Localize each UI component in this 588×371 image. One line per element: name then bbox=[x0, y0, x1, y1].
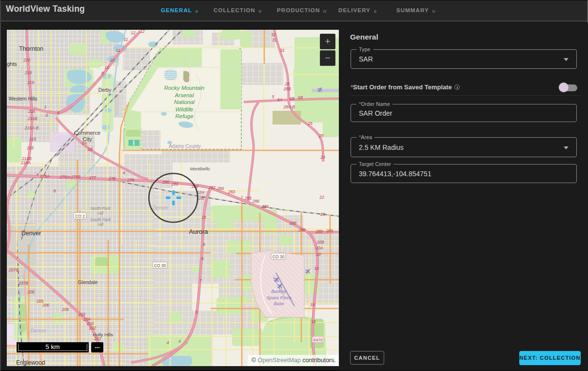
svg-text:Refuge: Refuge bbox=[175, 113, 193, 119]
svg-text:Derby: Derby bbox=[98, 87, 112, 93]
svg-text:National: National bbox=[174, 99, 195, 105]
svg-text:11: 11 bbox=[116, 48, 120, 53]
svg-text:2B: 2B bbox=[87, 147, 93, 152]
svg-text:220: 220 bbox=[23, 58, 30, 62]
svg-text:9: 9 bbox=[203, 242, 205, 247]
svg-text:2A: 2A bbox=[81, 141, 87, 145]
svg-text:206: 206 bbox=[27, 289, 35, 294]
svg-text:281: 281 bbox=[171, 182, 178, 186]
svg-text:Wildlife: Wildlife bbox=[176, 106, 194, 112]
svg-text:4: 4 bbox=[167, 340, 169, 345]
svg-text:275A: 275A bbox=[39, 174, 50, 179]
svg-text:Hill: Hill bbox=[98, 222, 104, 227]
svg-text:219: 219 bbox=[27, 80, 34, 85]
svg-text:286: 286 bbox=[261, 204, 269, 209]
svg-text:19: 19 bbox=[314, 266, 319, 271]
svg-text:5: 5 bbox=[196, 310, 198, 315]
svg-text:9: 9 bbox=[101, 71, 104, 76]
svg-text:278: 278 bbox=[108, 176, 116, 181]
svg-text:216: 216 bbox=[28, 109, 35, 114]
svg-text:202: 202 bbox=[94, 336, 101, 341]
svg-text:E470: E470 bbox=[314, 338, 323, 342]
svg-text:286: 286 bbox=[252, 199, 259, 204]
svg-text:12: 12 bbox=[131, 30, 136, 35]
svg-text:Denver: Denver bbox=[21, 230, 41, 237]
svg-text:7: 7 bbox=[199, 278, 202, 283]
svg-text:Commerce: Commerce bbox=[74, 130, 100, 136]
svg-text:Denver: Denver bbox=[153, 205, 169, 210]
svg-text:Montbello: Montbello bbox=[190, 166, 210, 171]
svg-text:10: 10 bbox=[110, 58, 115, 62]
svg-text:25: 25 bbox=[318, 133, 324, 138]
svg-text:285: 285 bbox=[244, 196, 252, 201]
svg-text:31: 31 bbox=[280, 48, 285, 53]
svg-text:CO 30: CO 30 bbox=[273, 254, 285, 259]
svg-text:Western Hills: Western Hills bbox=[9, 96, 38, 102]
svg-text:4: 4 bbox=[178, 339, 181, 344]
svg-text:1: 1 bbox=[44, 104, 47, 109]
svg-text:284: 284 bbox=[216, 186, 224, 191]
svg-text:6A: 6A bbox=[277, 97, 283, 102]
svg-text:207B: 207B bbox=[18, 281, 28, 286]
svg-text:215: 215 bbox=[26, 145, 34, 150]
svg-text:5: 5 bbox=[272, 94, 274, 99]
svg-text:207B: 207B bbox=[8, 268, 19, 272]
svg-text:289: 289 bbox=[326, 228, 333, 233]
svg-text:28: 28 bbox=[284, 82, 290, 86]
svg-text:Adams County: Adams County bbox=[169, 144, 201, 149]
svg-text:31: 31 bbox=[272, 38, 277, 42]
svg-text:8: 8 bbox=[54, 188, 56, 193]
svg-text:288: 288 bbox=[298, 227, 305, 232]
svg-text:Denver: Denver bbox=[31, 328, 47, 333]
svg-text:South Park: South Park bbox=[90, 217, 111, 222]
svg-text:216B: 216B bbox=[27, 116, 38, 121]
svg-text:20A: 20A bbox=[315, 246, 323, 250]
svg-text:10: 10 bbox=[104, 65, 109, 70]
svg-text:12: 12 bbox=[140, 30, 145, 34]
svg-text:219: 219 bbox=[24, 70, 32, 75]
svg-text:25: 25 bbox=[307, 121, 313, 126]
svg-text:Englewood: Englewood bbox=[16, 359, 45, 366]
svg-text:North Park: North Park bbox=[91, 206, 111, 211]
svg-text:19: 19 bbox=[316, 252, 321, 257]
svg-text:28A-B: 28A-B bbox=[283, 104, 295, 109]
svg-text:Arsenal: Arsenal bbox=[175, 92, 194, 98]
svg-text:CO 2: CO 2 bbox=[75, 214, 85, 219]
svg-text:203: 203 bbox=[78, 312, 85, 317]
svg-text:216A-B: 216A-B bbox=[24, 125, 39, 130]
svg-text:288: 288 bbox=[289, 221, 296, 226]
svg-text:20: 20 bbox=[320, 212, 325, 217]
svg-text:32: 32 bbox=[271, 32, 276, 37]
svg-text:4: 4 bbox=[123, 170, 125, 175]
svg-text:277: 277 bbox=[89, 175, 96, 180]
svg-text:16: 16 bbox=[310, 302, 315, 307]
svg-text:Hill: Hill bbox=[98, 211, 104, 216]
svg-text:6B: 6B bbox=[298, 95, 303, 100]
svg-text:206: 206 bbox=[42, 303, 49, 308]
svg-text:205: 205 bbox=[61, 307, 69, 312]
svg-text:20B: 20B bbox=[316, 240, 324, 245]
svg-text:276A-276B: 276A-276B bbox=[59, 174, 81, 179]
svg-text:6: 6 bbox=[46, 113, 48, 118]
svg-text:215: 215 bbox=[29, 137, 36, 142]
svg-text:Space Force: Space Force bbox=[266, 295, 291, 300]
svg-text:11: 11 bbox=[124, 37, 128, 42]
svg-text:10: 10 bbox=[201, 215, 206, 220]
svg-text:289: 289 bbox=[315, 229, 323, 234]
svg-text:Thornton: Thornton bbox=[19, 45, 43, 52]
svg-text:16: 16 bbox=[311, 319, 316, 324]
svg-text:283: 283 bbox=[228, 189, 235, 194]
svg-text:24: 24 bbox=[320, 155, 325, 160]
svg-text:6: 6 bbox=[58, 110, 60, 115]
svg-text:22: 22 bbox=[319, 195, 324, 200]
svg-text:CO 30: CO 30 bbox=[154, 263, 166, 268]
svg-text:279: 279 bbox=[127, 178, 134, 183]
svg-text:202: 202 bbox=[89, 326, 96, 330]
svg-text:282: 282 bbox=[208, 185, 216, 190]
svg-text:Base: Base bbox=[274, 301, 284, 306]
svg-text:Aurora: Aurora bbox=[189, 228, 208, 235]
svg-text:214A: 214A bbox=[20, 160, 31, 165]
svg-text:6B: 6B bbox=[290, 96, 295, 101]
svg-text:8: 8 bbox=[201, 256, 204, 261]
svg-text:Buckley: Buckley bbox=[271, 289, 287, 294]
